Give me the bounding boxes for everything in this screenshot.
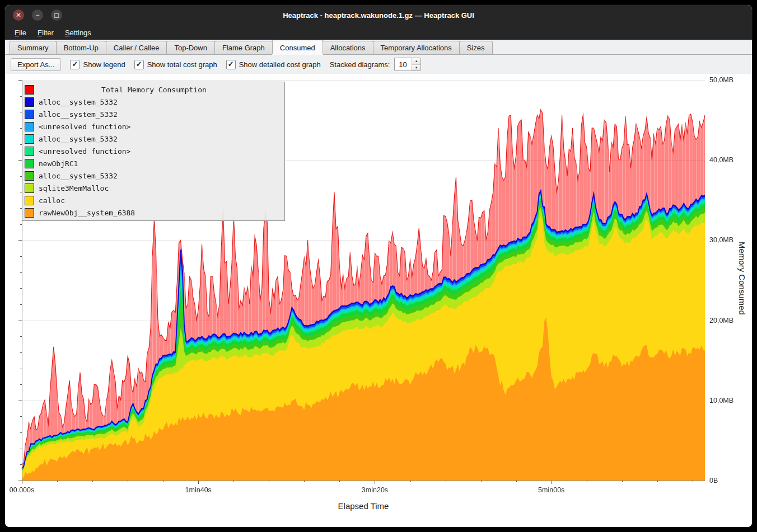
tab-allocations[interactable]: Allocations xyxy=(323,41,373,54)
legend-label: alloc__system_5332 xyxy=(39,110,118,119)
chevron-down-icon: ▼ xyxy=(415,66,418,69)
legend-swatch xyxy=(25,134,34,144)
legend: Total Memory Consumption alloc__system_5… xyxy=(22,82,285,221)
stacked-diagrams-spinbox[interactable]: 10 ▲ ▼ xyxy=(394,58,421,71)
y-axis-title: Memory Consumed xyxy=(737,242,747,315)
export-as-button[interactable]: Export As... xyxy=(11,58,61,71)
legend-swatch xyxy=(25,171,34,181)
legend-item: alloc__system_5332 xyxy=(22,108,284,120)
legend-swatch xyxy=(25,147,34,156)
maximize-icon: ◻ xyxy=(54,12,59,18)
check-icon: ✓ xyxy=(72,60,78,68)
x-axis-tick-label: 1min40s xyxy=(185,486,212,494)
x-axis-tick-label: 5min00s xyxy=(538,486,564,494)
checkbox-label: Show legend xyxy=(83,60,125,69)
legend-label: <unresolved function> xyxy=(39,123,130,131)
window-title: Heaptrack - heaptrack.wakunode.1.gz — He… xyxy=(5,11,752,20)
checkbox-label: Show detailed cost graph xyxy=(239,60,321,69)
legend-item: alloc__system_5332 xyxy=(22,170,284,182)
checkbox-box: ✓ xyxy=(226,60,236,69)
legend-label: alloc__system_5332 xyxy=(39,98,118,106)
legend-item: calloc xyxy=(22,194,284,206)
menu-item-filter[interactable]: Filter xyxy=(32,26,59,39)
spin-up-button[interactable]: ▲ xyxy=(412,58,420,65)
tab-summary[interactable]: Summary xyxy=(10,41,57,54)
minimize-button[interactable]: − xyxy=(32,10,43,21)
tab-bottom-up[interactable]: Bottom-Up xyxy=(56,41,106,54)
legend-items: alloc__system_5332alloc__system_5332<unr… xyxy=(22,96,284,219)
maximize-button[interactable]: ◻ xyxy=(51,10,62,21)
legend-item: <unresolved function> xyxy=(22,145,284,157)
legend-label: rawNewObj__system_6388 xyxy=(39,209,135,217)
legend-title-swatch xyxy=(25,85,34,95)
y-axis-tick-label: 20,0MB xyxy=(709,316,733,325)
legend-item: rawNewObj__system_6388 xyxy=(22,206,284,219)
legend-swatch xyxy=(25,97,34,107)
legend-item: <unresolved function> xyxy=(22,120,284,133)
legend-item: sqlite3MemMalloc xyxy=(22,182,284,194)
tab-caller-callee[interactable]: Caller / Callee xyxy=(106,41,167,54)
checkbox-show-legend[interactable]: ✓ Show legend xyxy=(70,60,125,69)
legend-label: alloc__system_5332 xyxy=(39,135,118,143)
y-axis-tick-label: 40,0MB xyxy=(709,156,733,164)
check-icon: ✓ xyxy=(136,60,142,68)
chevron-up-icon: ▲ xyxy=(415,59,418,63)
legend-swatch xyxy=(25,159,34,168)
legend-title: Total Memory Consumption xyxy=(39,86,269,94)
menubar: File Filter Settings xyxy=(5,25,752,40)
checkbox-box: ✓ xyxy=(134,60,144,69)
minimize-icon: − xyxy=(35,12,39,18)
x-axis-tick-label: 3min20s xyxy=(362,486,388,494)
legend-label: alloc__system_5332 xyxy=(39,172,118,180)
spin-down-button[interactable]: ▼ xyxy=(412,65,420,71)
chart-area: Total Memory Consumption alloc__system_5… xyxy=(5,74,752,527)
legend-swatch xyxy=(25,208,34,218)
tab-bar: Summary Bottom-Up Caller / Callee Top-Do… xyxy=(5,40,752,55)
legend-item: newObjRC1 xyxy=(22,157,284,170)
spinbox-value[interactable]: 10 xyxy=(395,58,412,70)
y-axis-tick-label: 10,0MB xyxy=(709,396,733,405)
legend-swatch xyxy=(25,183,34,193)
x-axis-title: Elapsed Time xyxy=(338,501,389,511)
tab-temporary-allocations[interactable]: Temporary Allocations xyxy=(373,41,460,54)
legend-item: alloc__system_5332 xyxy=(22,96,284,108)
check-icon: ✓ xyxy=(228,60,234,68)
legend-label: newObjRC1 xyxy=(39,159,78,168)
checkbox-box: ✓ xyxy=(70,60,80,69)
legend-label: sqlite3MemMalloc xyxy=(39,184,109,192)
legend-label: calloc xyxy=(39,196,65,205)
tab-consumed[interactable]: Consumed xyxy=(272,40,323,54)
checkbox-show-detailed-cost-graph[interactable]: ✓ Show detailed cost graph xyxy=(226,60,321,69)
legend-title-row: Total Memory Consumption xyxy=(22,83,284,96)
window-controls: ✕ − ◻ xyxy=(5,10,62,21)
legend-label: <unresolved function> xyxy=(39,147,130,156)
y-axis-tick-label: 0B xyxy=(709,476,718,485)
stacked-diagrams-label: Stacked diagrams: xyxy=(330,60,390,69)
titlebar[interactable]: ✕ − ◻ Heaptrack - heaptrack.wakunode.1.g… xyxy=(5,5,752,25)
y-axis-tick-label: 50,0MB xyxy=(709,76,733,84)
tab-flame-graph[interactable]: Flame Graph xyxy=(214,41,273,54)
legend-item: alloc__system_5332 xyxy=(22,133,284,145)
legend-swatch xyxy=(25,196,34,205)
toolbar: Export As... ✓ Show legend ✓ Show total … xyxy=(5,55,752,74)
close-icon: ✕ xyxy=(16,12,21,18)
stacked-diagrams-control: Stacked diagrams: 10 ▲ ▼ xyxy=(330,58,422,71)
legend-swatch xyxy=(25,110,34,119)
app-window: ✕ − ◻ Heaptrack - heaptrack.wakunode.1.g… xyxy=(4,4,753,528)
spinbox-buttons: ▲ ▼ xyxy=(412,58,420,70)
tab-top-down[interactable]: Top-Down xyxy=(166,41,215,54)
menu-item-settings[interactable]: Settings xyxy=(60,26,96,39)
menu-item-file[interactable]: File xyxy=(10,26,31,39)
close-button[interactable]: ✕ xyxy=(13,10,24,21)
x-axis-tick-label: 00.000s xyxy=(10,486,34,494)
checkbox-label: Show total cost graph xyxy=(147,60,217,69)
legend-swatch xyxy=(25,122,34,131)
tab-sizes[interactable]: Sizes xyxy=(459,41,493,54)
y-axis-tick-label: 30,0MB xyxy=(709,236,733,244)
checkbox-show-total-cost-graph[interactable]: ✓ Show total cost graph xyxy=(134,60,217,69)
